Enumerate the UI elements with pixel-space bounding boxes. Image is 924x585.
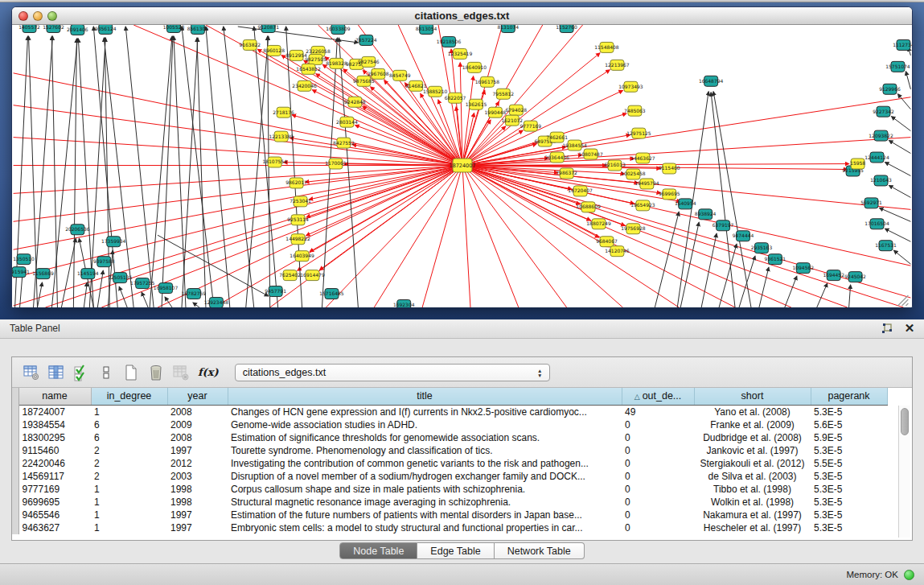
- graph-node[interactable]: 9474444: [733, 231, 754, 241]
- cell-pagerank[interactable]: 5.3E-5: [811, 405, 887, 418]
- graph-node[interactable]: 1694452: [823, 270, 844, 281]
- graph-node[interactable]: 11548408: [594, 42, 619, 52]
- graph-node[interactable]: 8561305: [187, 25, 209, 34]
- cell-in_degree[interactable]: 1: [91, 521, 167, 534]
- cell-out_degree[interactable]: 0: [622, 496, 694, 509]
- graph-node[interactable]: 8427552: [333, 138, 355, 148]
- close-panel-button[interactable]: ✕: [903, 322, 916, 335]
- cell-year[interactable]: 2012: [167, 457, 228, 470]
- graph-node[interactable]: 1350510: [13, 254, 35, 265]
- graph-node[interactable]: 15716485: [319, 289, 344, 299]
- cell-in_degree[interactable]: 2: [91, 470, 167, 483]
- import-table-button[interactable]: [170, 361, 192, 384]
- cell-title[interactable]: Embryonic stem cells: a model to study s…: [228, 521, 622, 534]
- cell-name[interactable]: 9115460: [18, 444, 91, 457]
- graph-node[interactable]: 7485063: [624, 105, 646, 116]
- cell-name[interactable]: 9463627: [18, 521, 91, 534]
- cell-year[interactable]: 1997: [167, 509, 228, 521]
- graph-node[interactable]: 9163822: [239, 39, 261, 50]
- cell-pagerank[interactable]: 5.3E-5: [811, 483, 887, 496]
- cell-short[interactable]: Jankovic et al. (1997): [694, 444, 811, 457]
- cell-title[interactable]: Estimation of the future numbers of pati…: [228, 509, 622, 521]
- graph-node[interactable]: 7857224: [355, 35, 377, 45]
- graph-node[interactable]: 2091406: [67, 25, 88, 35]
- window-resize-grip-icon[interactable]: [897, 295, 908, 306]
- graph-node[interactable]: 19756928: [621, 224, 646, 234]
- tab-network-table[interactable]: Network Table: [495, 542, 585, 559]
- graph-node[interactable]: 9245042: [844, 272, 866, 282]
- graph-node[interactable]: 6822057: [445, 93, 466, 103]
- cell-pagerank[interactable]: 5.5E-5: [811, 457, 887, 470]
- graph-node[interactable]: 12444124: [864, 152, 889, 163]
- graph-node[interactable]: 6379197: [713, 220, 734, 231]
- graph-node[interactable]: 6794028: [506, 105, 528, 115]
- graph-node[interactable]: 1990448: [485, 107, 507, 117]
- graph-node[interactable]: 20206536: [65, 225, 90, 235]
- cell-name[interactable]: 19384554: [18, 418, 91, 431]
- cell-out_degree[interactable]: 0: [622, 470, 694, 483]
- vertical-scrollbar[interactable]: [898, 406, 910, 538]
- scrollbar-thumb[interactable]: [901, 408, 909, 435]
- graph-node[interactable]: 16403949: [290, 251, 314, 262]
- cell-short[interactable]: Wolkin et al. (1998): [694, 496, 811, 509]
- graph-node[interactable]: 16543812: [296, 64, 321, 74]
- graph-node[interactable]: 1527602: [43, 25, 64, 32]
- cell-year[interactable]: 2009: [167, 418, 228, 431]
- attribute-table-options-button[interactable]: [20, 361, 43, 384]
- graph-node[interactable]: 1112734: [893, 39, 912, 50]
- cell-pagerank[interactable]: 5.3E-5: [811, 496, 887, 509]
- cell-title[interactable]: Structural magnetic resonance image aver…: [228, 496, 622, 509]
- cell-pagerank[interactable]: 5.9E-5: [811, 431, 887, 444]
- cell-out_degree[interactable]: 0: [622, 521, 694, 534]
- cell-title[interactable]: Changes of HCN gene expression and I(f) …: [228, 405, 622, 418]
- table-row[interactable]: 977716911998Corpus callosum shape and si…: [12, 483, 887, 496]
- delete-table-button[interactable]: [145, 361, 167, 384]
- cell-name[interactable]: 18300295: [18, 431, 91, 444]
- graph-node[interactable]: 19654923: [630, 200, 655, 211]
- graph-node[interactable]: 1005528: [163, 25, 185, 32]
- graph-node[interactable]: 1145194: [77, 269, 99, 279]
- cell-title[interactable]: Tourette syndrome. Phenomenology and cla…: [228, 444, 622, 457]
- graph-node[interactable]: 1167531: [875, 241, 897, 251]
- select-all-button[interactable]: [70, 361, 92, 384]
- cell-year[interactable]: 2008: [167, 431, 228, 444]
- cell-year[interactable]: 1998: [167, 496, 228, 509]
- window-titlebar[interactable]: citations_edges.txt: [12, 7, 912, 25]
- table-row[interactable]: 1872400712008Changes of HCN gene express…: [12, 405, 887, 418]
- cell-out_degree[interactable]: 0: [622, 457, 694, 470]
- cell-pagerank[interactable]: 5.3E-5: [811, 444, 887, 457]
- zoom-window-button[interactable]: [47, 11, 57, 21]
- cell-in_degree[interactable]: 1: [91, 496, 167, 509]
- graph-node[interactable]: 12325419: [448, 48, 473, 59]
- cell-short[interactable]: Nakamura et al. (1997): [694, 509, 811, 521]
- column-header-in_degree[interactable]: in_degree: [91, 388, 167, 405]
- cell-name[interactable]: 9699695: [18, 496, 91, 509]
- column-header-out_de[interactable]: △out_de...: [622, 388, 694, 405]
- cell-pagerank[interactable]: 5.3E-5: [811, 470, 887, 483]
- cell-name[interactable]: 22420046: [18, 457, 91, 470]
- graph-node[interactable]: 14498222: [285, 234, 310, 245]
- graph-node[interactable]: 1152760: [556, 25, 577, 32]
- graph-node[interactable]: 8813054: [416, 25, 437, 34]
- graph-node[interactable]: 1170061: [325, 159, 347, 169]
- cell-title[interactable]: Corpus callosum shape and size in male p…: [228, 483, 622, 496]
- cell-in_degree[interactable]: 6: [91, 418, 167, 431]
- graph-node[interactable]: 9699695: [659, 189, 680, 200]
- cell-in_degree[interactable]: 1: [91, 405, 167, 418]
- graph-node[interactable]: 19218506: [437, 36, 462, 47]
- table-select-dropdown[interactable]: citations_edges.txt ▲▼: [235, 364, 550, 381]
- graph-node[interactable]: 16033809: [326, 25, 351, 34]
- cell-name[interactable]: 18724007: [18, 405, 91, 418]
- cell-in_degree[interactable]: 2: [91, 444, 167, 457]
- graph-node[interactable]: 8912954: [285, 50, 307, 60]
- graph-node[interactable]: 3915941: [12, 267, 30, 278]
- cell-year[interactable]: 2003: [167, 470, 228, 483]
- cell-title[interactable]: Disruption of a novel member of a sodium…: [228, 470, 622, 483]
- cell-in_degree[interactable]: 1: [91, 509, 167, 521]
- cell-title[interactable]: Investigating the contribution of common…: [228, 457, 622, 470]
- table-row[interactable]: 1830029562008Estimation of significance …: [12, 431, 887, 444]
- create-table-button[interactable]: [120, 361, 142, 384]
- cell-short[interactable]: Dudbridge et al. (2008): [694, 431, 811, 444]
- cell-out_degree[interactable]: 49: [622, 405, 694, 418]
- cell-name[interactable]: 9465546: [18, 509, 91, 521]
